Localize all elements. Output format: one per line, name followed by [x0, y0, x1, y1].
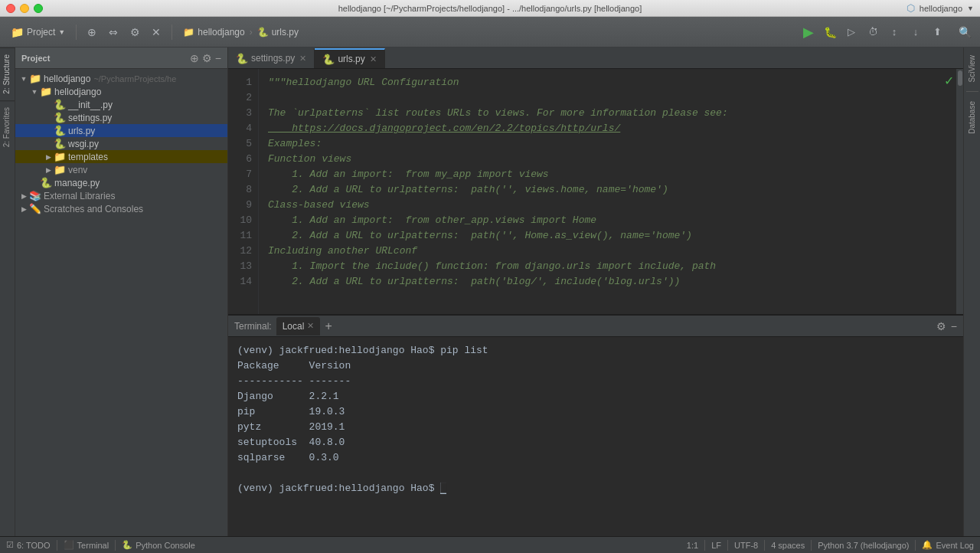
wsgi-label: wsgi.py — [68, 139, 99, 149]
indent-status[interactable]: 4 spaces — [771, 541, 805, 550]
run-config-label[interactable]: hellodjango — [920, 4, 962, 13]
check-indicator: ✓ — [944, 74, 954, 88]
tree-venv-folder[interactable]: ▶ 📁 venv — [15, 163, 227, 176]
local-tab-close[interactable]: ✕ — [307, 321, 314, 331]
run-config-icon: ⬡ — [906, 2, 915, 14]
todo-status[interactable]: ☑ 6: TODO — [6, 540, 51, 550]
tree-init-py[interactable]: 🐍 __init__.py — [15, 98, 227, 111]
structure-panel-label[interactable]: 2: Structure — [0, 47, 15, 100]
sidebar-collapse-icon[interactable]: − — [215, 52, 221, 64]
breadcrumb-folder-icon: 📁 — [183, 27, 194, 38]
python-console-status[interactable]: 🐍 Python Console — [122, 540, 195, 550]
scratches-icon: ✏️ — [29, 203, 41, 214]
code-editor[interactable]: 12345 678910 11121314 """hellodjango URL… — [228, 69, 963, 314]
code-content[interactable]: """hellodjango URL Configuration The `ur… — [259, 69, 956, 314]
breadcrumb-file[interactable]: 📁 hellodjango › 🐍 urls.py — [178, 25, 303, 39]
python-version-label: Python 3.7 (hellodjango) — [818, 541, 909, 550]
settings-tab-close[interactable]: ✕ — [299, 54, 306, 64]
terminal-minimize-icon[interactable]: − — [951, 320, 957, 332]
status-divider-5 — [764, 540, 765, 551]
sidebar-scope-icon[interactable]: ⊕ — [190, 52, 199, 64]
indent-label: 4 spaces — [771, 541, 805, 550]
breadcrumb-filename: urls.py — [272, 27, 299, 38]
venv-icon: 📁 — [54, 164, 66, 175]
scratches-label: Scratches and Consoles — [44, 204, 143, 214]
project-selector[interactable]: 📁 Project ▼ — [6, 25, 70, 40]
center-column: 🐍 settings.py ✕ 🐍 urls.py ✕ 12345 — [228, 47, 963, 536]
event-log-status[interactable]: 🔔 Event Log — [922, 540, 974, 550]
sidebar-settings-icon[interactable]: ⚙ — [202, 52, 212, 64]
urls-tab-label: urls.py — [338, 54, 364, 64]
terminal-add-button[interactable]: + — [322, 319, 335, 333]
profile-button[interactable]: ⏱ — [864, 23, 882, 41]
tree-root-hellodjango[interactable]: ▼ 📁 hellodjango ~/PycharmProjects/he — [15, 72, 227, 85]
editor-scrollbar[interactable] — [956, 69, 963, 314]
terminal-settings-icon[interactable]: ⚙ — [936, 320, 946, 332]
encoding-status[interactable]: UTF-8 — [734, 541, 758, 550]
python-version-status[interactable]: Python 3.7 (hellodjango) — [818, 541, 909, 550]
term-line-10: (venv) jackfrued:hellodjango Hao$ █ — [237, 481, 954, 496]
project-folder-icon: 📁 — [11, 26, 24, 38]
tab-urls-py[interactable]: 🐍 urls.py ✕ — [315, 48, 384, 68]
scratches-arrow: ▶ — [18, 205, 29, 213]
urls-tab-close[interactable]: ✕ — [370, 54, 377, 64]
terminal-settings: ⚙ − — [936, 320, 957, 332]
global-search-button[interactable]: 🔍 — [956, 23, 974, 41]
manage-label: manage.py — [54, 178, 100, 188]
term-line-7: setuptools 40.8.0 — [237, 435, 954, 450]
terminal-content[interactable]: (venv) jackfrued:hellodjango Hao$ pip li… — [228, 337, 963, 536]
tree-scratches[interactable]: ▶ ✏️ Scratches and Consoles — [15, 202, 227, 215]
project-tree: ▼ 📁 hellodjango ~/PycharmProjects/he ▼ 📁… — [15, 69, 227, 536]
toolbar-scope-button[interactable]: ⊕ — [83, 23, 101, 41]
run-config-dropdown-icon[interactable]: ▼ — [967, 5, 974, 12]
tree-settings-py[interactable]: 🐍 settings.py — [15, 111, 227, 124]
run-button[interactable]: ▶ — [799, 23, 818, 41]
toolbar-close-button[interactable]: ✕ — [147, 23, 165, 41]
toolbar-settings-button[interactable]: ⚙ — [126, 23, 144, 41]
ext-icon: 📚 — [29, 190, 41, 201]
favorites-panel-label[interactable]: 2: Favorites — [0, 100, 15, 153]
tree-external-libraries[interactable]: ▶ 📚 External Libraries — [15, 189, 227, 202]
tree-subfolder-hellodjango[interactable]: ▼ 📁 hellodjango — [15, 85, 227, 98]
templates-arrow: ▶ — [43, 153, 54, 161]
maximize-button[interactable] — [34, 4, 43, 13]
init-py-icon: 🐍 — [54, 99, 66, 110]
editor-wrapper: 12345 678910 11121314 """hellodjango URL… — [228, 69, 963, 314]
tree-templates-folder[interactable]: ▶ 📁 templates — [15, 150, 227, 163]
term-line-4: Django 2.2.1 — [237, 389, 954, 404]
tree-wsgi-py[interactable]: 🐍 wsgi.py — [15, 137, 227, 150]
terminal-status[interactable]: ⬛ Terminal — [64, 540, 109, 550]
toolbar-separator-2 — [172, 25, 172, 40]
editor-tabs: 🐍 settings.py ✕ 🐍 urls.py ✕ — [228, 47, 963, 69]
minimize-button[interactable] — [20, 4, 29, 13]
traffic-lights — [6, 4, 43, 13]
debug-button[interactable]: 🐛 — [821, 23, 839, 41]
breadcrumb-file-icon: 🐍 — [257, 27, 269, 38]
wsgi-py-icon: 🐍 — [54, 138, 66, 149]
tree-manage-py[interactable]: 🐍 manage.py — [15, 176, 227, 189]
settings-label: settings.py — [68, 113, 112, 123]
terminal-local-tab[interactable]: Local ✕ — [276, 317, 321, 335]
term-line-8: sqlparse 0.3.0 — [237, 450, 954, 466]
database-panel-label[interactable]: Database — [968, 97, 976, 139]
close-button[interactable] — [6, 4, 15, 13]
tab-settings-py[interactable]: 🐍 settings.py ✕ — [228, 48, 315, 68]
vcs-update-button[interactable]: ↓ — [906, 23, 925, 41]
toolbar-layout-button[interactable]: ⇔ — [104, 23, 122, 41]
lf-status[interactable]: LF — [711, 541, 721, 550]
position-status[interactable]: 1:1 — [687, 541, 698, 550]
python-console-label: Python Console — [136, 541, 195, 550]
term-line-1: (venv) jackfrued:hellodjango Hao$ pip li… — [237, 343, 954, 358]
toolbar-separator-1 — [76, 25, 77, 40]
ext-arrow: ▶ — [18, 192, 29, 200]
titlebar: hellodjango [~/PycharmProjects/hellodjan… — [0, 0, 980, 17]
urls-tab-icon: 🐍 — [322, 54, 335, 65]
breadcrumb-project: hellodjango — [198, 27, 244, 38]
encoding-label: UTF-8 — [734, 541, 758, 550]
tree-urls-py[interactable]: 🐍 urls.py — [15, 124, 227, 137]
vcs-button[interactable]: ↕ — [885, 23, 903, 41]
run-coverage-button[interactable]: ▷ — [842, 23, 861, 41]
sciview-panel-label[interactable]: SciView — [968, 51, 976, 87]
vcs-commit-button[interactable]: ⬆ — [928, 23, 946, 41]
toolbar: 📁 Project ▼ ⊕ ⇔ ⚙ ✕ 📁 hellodjango › 🐍 ur… — [0, 17, 980, 47]
